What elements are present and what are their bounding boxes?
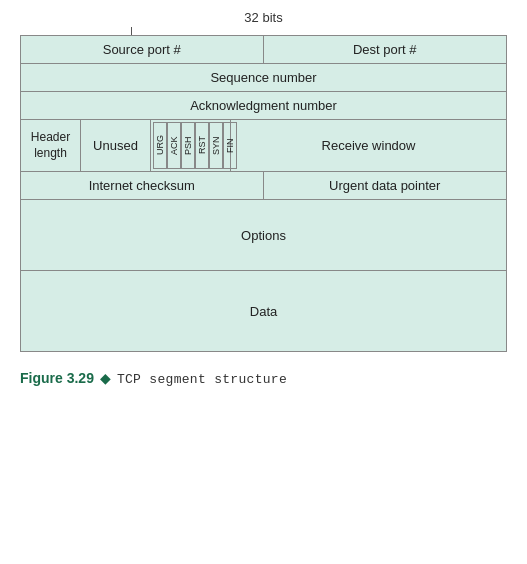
tcp-diagram: Source port # Dest port # Sequence numbe… [20,35,507,352]
options-cell: Options [21,200,506,270]
figure-description: TCP segment structure [117,372,287,387]
row-checksum: Internet checksum Urgent data pointer [21,172,506,200]
data-cell: Data [21,271,506,351]
row-ports: Source port # Dest port # [21,36,506,64]
figure-diamond-icon: ◆ [100,370,111,386]
flag-fin: FIN [223,122,237,169]
row-options: Options [21,200,506,271]
bits-line [20,27,507,35]
row-ack: Acknowledgment number [21,92,506,120]
figure-caption: Figure 3.29 ◆ TCP segment structure [20,370,507,387]
flag-psh: PSH [181,122,195,169]
row-data: Data [21,271,506,351]
urgent-pointer-cell: Urgent data pointer [264,172,507,199]
flag-urg: URG [153,122,167,169]
bits-label: 32 bits [20,10,507,25]
header-length-cell: Header length [21,120,81,171]
flags-grid: URG ACK PSH RST SYN FIN [153,122,228,169]
dest-port-cell: Dest port # [264,36,507,63]
flag-syn: SYN [209,122,223,169]
flag-rst: RST [195,122,209,169]
figure-label: Figure 3.29 [20,370,94,386]
ack-number-cell: Acknowledgment number [21,92,506,119]
checksum-cell: Internet checksum [21,172,264,199]
row-sequence: Sequence number [21,64,506,92]
sequence-number-cell: Sequence number [21,64,506,91]
flag-ack: ACK [167,122,181,169]
row-flags: Header length Unused URG ACK PSH RST SYN… [21,120,506,172]
receive-window-cell: Receive window [231,120,506,171]
source-port-cell: Source port # [21,36,264,63]
flags-cell: URG ACK PSH RST SYN FIN [151,120,231,171]
unused-cell: Unused [81,120,151,171]
